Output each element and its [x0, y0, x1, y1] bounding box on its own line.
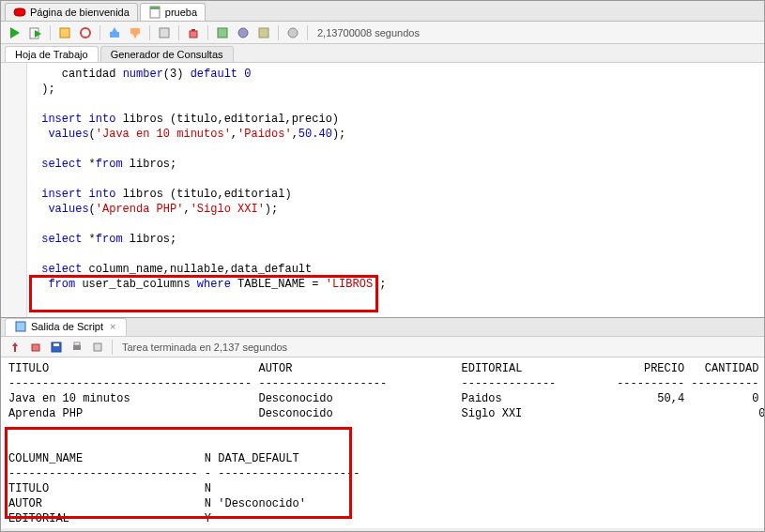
- toolbar-separator: [178, 25, 179, 40]
- toolbar-separator: [112, 340, 113, 355]
- table-row: EDITORIAL Y: [8, 512, 211, 525]
- svg-point-7: [81, 28, 90, 38]
- svg-point-16: [238, 28, 248, 38]
- subtab-worksheet[interactable]: Hoja de Trabajo: [5, 46, 99, 62]
- output-toolbar: Tarea terminada en 2,137 segundos: [1, 337, 764, 357]
- toolbar-separator: [149, 25, 150, 40]
- autotrace-button[interactable]: [77, 24, 94, 41]
- subtab-querybuilder[interactable]: Generador de Consultas: [100, 46, 234, 62]
- svg-rect-25: [74, 342, 80, 345]
- table-row: TITULO N: [8, 482, 211, 495]
- results2-header-row: COLUMN_NAME N DATA_DEFAULT: [8, 452, 299, 465]
- tab-script-output[interactable]: Salida de Script ×: [5, 318, 127, 336]
- table-row: AUTOR N 'Desconocido': [8, 497, 306, 510]
- sql-code[interactable]: cantidad number(3) default 0 ); insert i…: [1, 63, 764, 296]
- document-tabs: Página de bienvenida prueba: [1, 1, 764, 22]
- svg-rect-14: [191, 29, 195, 31]
- explain-plan-button[interactable]: [56, 24, 73, 41]
- svg-rect-10: [130, 28, 140, 34]
- worksheet-icon: [148, 6, 161, 19]
- output-tabs: Salida de Script ×: [1, 318, 764, 337]
- run-button[interactable]: [7, 24, 23, 41]
- script-output-area[interactable]: TITULO AUTOR EDITORIAL PRECIO CANTIDAD -…: [1, 357, 764, 528]
- rollback-button[interactable]: [127, 24, 144, 41]
- svg-rect-2: [150, 7, 160, 9]
- results2-dash-row: ---------------------------- - ---------…: [8, 467, 360, 480]
- svg-rect-12: [160, 28, 169, 38]
- save-output-button[interactable]: [48, 339, 65, 356]
- results-dash-row: ------------------------------------ ---…: [8, 377, 758, 390]
- commit-button[interactable]: [106, 24, 123, 41]
- svg-rect-23: [54, 343, 59, 346]
- svg-rect-15: [218, 28, 227, 38]
- unshared-button[interactable]: [156, 24, 173, 41]
- svg-rect-8: [110, 32, 119, 38]
- svg-rect-13: [190, 31, 197, 38]
- svg-marker-3: [10, 27, 20, 38]
- svg-marker-9: [112, 27, 117, 32]
- sql-history-button[interactable]: [214, 24, 231, 41]
- svg-rect-6: [60, 28, 69, 38]
- tab-prueba[interactable]: prueba: [140, 3, 206, 21]
- toolbar-separator: [99, 25, 100, 40]
- table-row: Aprenda PHP Desconocido Siglo XXI 0: [8, 407, 764, 420]
- worksheet-subtabs: Hoja de Trabajo Generador de Consultas: [1, 44, 764, 63]
- svg-rect-0: [14, 8, 25, 16]
- output-misc-button[interactable]: [89, 339, 106, 356]
- oracle-icon: [13, 6, 26, 19]
- svg-point-18: [288, 28, 298, 38]
- toolbar-status-text: 2,13700008 segundos: [314, 27, 420, 38]
- clear-output-button[interactable]: [27, 339, 44, 356]
- sql-editor[interactable]: cantidad number(3) default 0 ); insert i…: [1, 63, 764, 318]
- toolbar-separator: [278, 25, 279, 40]
- tab-prueba-label: prueba: [165, 7, 197, 18]
- table-row: PRECIO Y: [8, 527, 211, 528]
- tab-script-output-label: Salida de Script: [31, 321, 103, 332]
- script-output-icon: [15, 321, 28, 334]
- svg-rect-19: [16, 322, 25, 331]
- print-output-button[interactable]: [69, 339, 85, 356]
- output-status-text: Tarea terminada en 2,137 segundos: [118, 342, 287, 353]
- clear-button[interactable]: [185, 24, 202, 41]
- close-tab-icon[interactable]: ×: [110, 321, 115, 332]
- svg-rect-26: [94, 343, 101, 351]
- toolbar-separator: [50, 25, 51, 40]
- svg-marker-20: [12, 342, 18, 352]
- pin-button[interactable]: [7, 339, 23, 356]
- run-script-button[interactable]: [27, 24, 44, 41]
- svg-rect-21: [32, 344, 39, 351]
- toolbar-misc-1[interactable]: [235, 24, 252, 41]
- table-row: Java en 10 minutos Desconocido Paidos 50…: [8, 392, 758, 405]
- svg-rect-17: [259, 28, 268, 38]
- svg-marker-11: [132, 34, 138, 38]
- svg-rect-24: [73, 345, 81, 350]
- main-toolbar: 2,13700008 segundos: [1, 22, 764, 44]
- tab-welcome-label: Página de bienvenida: [30, 7, 130, 18]
- toolbar-separator: [307, 25, 308, 40]
- editor-gutter: [1, 63, 27, 317]
- toolbar-misc-2[interactable]: [255, 24, 272, 41]
- toolbar-separator: [207, 25, 208, 40]
- tab-welcome[interactable]: Página de bienvenida: [5, 3, 138, 21]
- toolbar-misc-3[interactable]: [284, 24, 301, 41]
- results-header-row: TITULO AUTOR EDITORIAL PRECIO CANTIDAD: [8, 362, 758, 375]
